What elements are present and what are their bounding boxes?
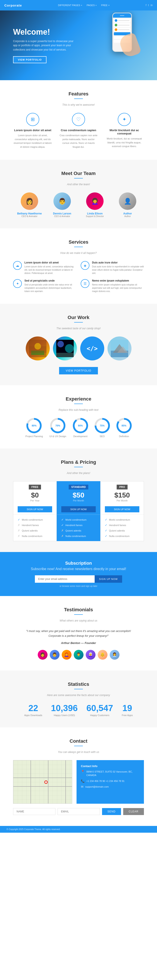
stat-number-1: 22 <box>24 703 42 713</box>
exp-pct-2: 70% <box>52 420 64 431</box>
feature-pro-1: ✓Morbi condimentum <box>103 517 141 522</box>
testimonial-avatar-3[interactable]: 👩‍🦰 <box>62 650 72 660</box>
signup-btn-pro[interactable]: SIGN UP NOW <box>105 506 139 512</box>
stat-number-3: 60,547 <box>87 703 113 713</box>
price-period-standard: Per Month <box>59 499 98 502</box>
nav-link-free[interactable]: FREE × <box>101 4 110 6</box>
plan-name-free: FREE <box>29 485 41 490</box>
price-col-free: FREE $0 Per Year SIGN UP NOW ✓Morbi cond… <box>13 481 57 541</box>
twitter-icon[interactable]: t <box>148 4 149 7</box>
services-section: Services How do we make it all happen? ☁… <box>0 228 157 304</box>
team-subtitle: And other the team! <box>13 183 144 186</box>
service-icon-4: ☰ <box>81 279 90 288</box>
contact-map <box>13 760 72 804</box>
price-features-free: ✓Morbi condimentum ✗Hendrerit fames ✗Qui… <box>13 514 56 541</box>
service-text-1: Lorem ipsum dolor sit amet Lorem ipsum d… <box>24 261 76 275</box>
testimonial-quote: "I must say, when you get paid well out … <box>24 629 133 645</box>
service-text-2: Duis aute irure dolor Duis aute irure do… <box>92 261 144 275</box>
team-member-1: 👩 Bethany Hawthorne CEO & Animator <box>15 192 43 218</box>
signup-btn-free[interactable]: SIGN UP NOW <box>18 506 52 512</box>
contact-email-input[interactable] <box>58 808 100 815</box>
portfolio-item-4[interactable] <box>107 336 131 360</box>
nav-logo[interactable]: Corporate <box>4 3 22 7</box>
subscription-email-input[interactable] <box>35 575 95 583</box>
team-member-3: 👩‍🦱 Linda Elison Support & Director <box>81 192 109 218</box>
feature-std-4: ✗Nulla condimentum <box>59 533 98 539</box>
portfolio-title: Our Work <box>13 315 144 320</box>
price-features-standard: ✓Morbi condimentum ✓Hendrerit fames ✗Qui… <box>57 514 100 541</box>
nav-link-pages2[interactable]: PAGES + <box>87 4 97 6</box>
portfolio-section: Our Work The sweetest taste of our candy… <box>0 304 157 385</box>
phone-icon: 📞 <box>81 779 85 783</box>
portfolio-item-1[interactable] <box>26 336 50 360</box>
exp-pct-3: 90% <box>75 420 87 431</box>
exp-label-1: Project Planning <box>25 435 43 438</box>
portfolio-view-button[interactable]: VIEW PORTFOLIO <box>59 367 98 374</box>
service-icon-3: ✦ <box>13 279 22 288</box>
features-grid: ⊞ Lorem ipsum dolor sit amet Lorem ipsum… <box>13 113 144 149</box>
exp-item-4: 75% SEO <box>95 418 110 438</box>
check-icon: ✓ <box>61 518 64 521</box>
exp-pct-5: 85% <box>118 420 130 431</box>
stat-item-4: 19 Free Apps <box>122 703 133 716</box>
service-title-4: Nemo enim ipsam voluptatem <box>92 279 144 282</box>
feature-body-1: Lorem ipsum dolor sit amet, consectetur … <box>13 134 52 149</box>
linkedin-icon[interactable]: in <box>151 4 153 7</box>
portfolio-item-3[interactable]: </> <box>80 336 104 360</box>
feature-item-1: ⊞ Lorem ipsum dolor sit amet Lorem ipsum… <box>13 113 52 149</box>
nav-link-pages[interactable]: DIFFERENT PAGES + <box>58 4 82 6</box>
testimonial-avatar-6[interactable]: 👴 <box>98 650 107 660</box>
feature-pro-3: ✓Quismi adentis <box>103 528 141 533</box>
footer: © Copyright 2025 Corporate Theme. All ri… <box>0 826 157 833</box>
nav-social: f t in <box>146 4 153 7</box>
feature-item-2: ♡ Cras condimentum sapien Cras condiment… <box>59 113 98 149</box>
service-body-4: Nemo enim ipsam voluptatem quia voluptas… <box>92 283 144 293</box>
price-amount-pro: $150 <box>103 491 141 499</box>
contact-send-button[interactable]: SEND <box>102 808 121 815</box>
contact-section: Contact You can always get in touch with… <box>0 727 157 826</box>
contact-name-input[interactable] <box>13 808 55 815</box>
subscription-signup-button[interactable]: SIGN UP NOW <box>95 575 122 583</box>
service-item-1: ☁ Lorem ipsum dolor sit amet Lorem ipsum… <box>13 261 76 275</box>
testimonial-avatar-2[interactable]: 👨 <box>50 650 59 660</box>
team-section: Meet Our Team And other the team! 👩 Beth… <box>0 160 157 228</box>
testimonial-avatar-1[interactable]: 👩 <box>38 650 48 660</box>
stat-item-2: 10,396 Happy Users (USD) <box>51 703 78 716</box>
service-text-3: Sed ut perspiciatis unde Sed ut perspici… <box>24 279 76 293</box>
location-icon: 📍 <box>81 770 85 773</box>
testimonial-avatar-5[interactable]: 👩‍🦳 <box>86 650 96 660</box>
testimonial-avatar-4[interactable]: 👨‍🦱 <box>74 650 83 660</box>
facebook-icon[interactable]: f <box>146 4 146 7</box>
signup-btn-standard[interactable]: SIGN UP NOW <box>61 506 96 512</box>
hero-section: Welcome! Corporate is a super powerful t… <box>0 10 157 80</box>
stat-item-1: 22 Apps Downloads <box>24 703 42 716</box>
price-amount-standard: $50 <box>59 491 98 499</box>
testimonials-title: Testimonials <box>13 607 144 612</box>
avatar-2: 👨 <box>53 192 71 210</box>
testimonial-avatar-7[interactable]: 👩‍💼 <box>110 650 120 660</box>
hero-title: Welcome! <box>13 27 144 37</box>
contact-clear-button[interactable]: CLEAR <box>123 808 144 815</box>
hero-cta-button[interactable]: VIEW PORTFOLIO <box>13 56 46 63</box>
stat-item-3: 60,547 Happy Customers <box>87 703 113 716</box>
feature-free-1: ✓Morbi condimentum <box>16 517 54 522</box>
price-header-pro: PRO $150 Per Month <box>101 481 144 504</box>
svg-rect-7 <box>56 353 74 357</box>
testimonial-avatars: 👩 👨 👩‍🦰 👨‍🦱 👩‍🦳 👴 👩‍💼 <box>13 650 144 660</box>
contact-form: SEND CLEAR <box>13 808 144 815</box>
experience-subtitle: Replace this sub-heading with text <box>13 408 144 411</box>
nav-links: DIFFERENT PAGES + PAGES + FREE × <box>58 4 110 6</box>
cross-icon: ✗ <box>61 529 64 532</box>
features-subtitle: This is why we're awesome! <box>13 103 144 107</box>
contact-content: Contact Info 📍 08/M-5 STREET, SUITE 02 V… <box>13 760 144 804</box>
experience-grid: 80% Project Planning 70% UI & UX Design … <box>13 418 144 438</box>
testimonial-author: Arthur Benton — Founder <box>24 641 133 646</box>
price-col-standard: STANDARD $50 Per Month SIGN UP NOW ✓Morb… <box>57 481 100 541</box>
exp-circle-1: 80% <box>26 418 42 433</box>
stat-label-2: Happy Users (USD) <box>51 714 78 716</box>
subscription-title: Subscription <box>13 561 144 566</box>
price-period-free: Per Year <box>16 499 54 502</box>
stat-number-2: 10,396 <box>51 703 78 713</box>
portfolio-item-2[interactable] <box>53 336 77 360</box>
feature-title-2: Cras condimentum sapien <box>59 129 98 132</box>
